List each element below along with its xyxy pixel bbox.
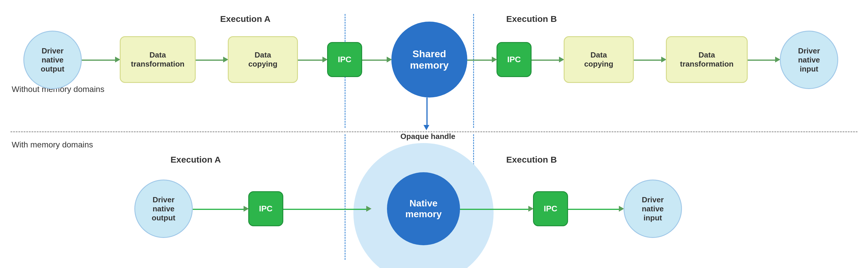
execution-a-label-bottom: Execution A	[155, 155, 237, 165]
arrow-3	[298, 60, 324, 61]
bottom-arrow-3	[460, 209, 530, 210]
opaque-handle-label: Opaque handle	[382, 132, 473, 141]
bottom-arrow-4	[568, 209, 621, 210]
arrow-1	[82, 60, 117, 61]
bottom-ipc-1: IPC	[248, 191, 283, 226]
vert-dotted-left-bottom	[345, 134, 345, 260]
bottom-driver-native-input: Driver native input	[624, 179, 682, 238]
top-data-transformation-1: Data transformation	[120, 36, 196, 83]
bottom-ipc-2: IPC	[533, 191, 568, 226]
top-ipc-1: IPC	[327, 42, 362, 77]
execution-b-label-bottom: Execution B	[491, 155, 572, 165]
arrow-7	[634, 60, 663, 61]
arrow-4	[362, 60, 389, 61]
top-shared-memory: Shared memory	[391, 22, 467, 98]
bottom-arrowhead-2	[366, 206, 372, 212]
top-driver-native-output: Driver native output	[23, 31, 82, 89]
top-data-copying-1: Data copying	[228, 36, 298, 83]
arrow-6	[531, 60, 561, 61]
diagram-container: Without memory domains With memory domai…	[0, 0, 868, 268]
arrow-8	[748, 60, 777, 61]
arrow-down-line	[426, 98, 428, 127]
arrow-down-head	[424, 125, 429, 130]
bottom-arrow-1	[193, 209, 245, 210]
execution-b-label-top: Execution B	[491, 14, 572, 24]
arrow-5	[467, 60, 494, 61]
bottom-arrow-2	[283, 209, 368, 210]
bottom-driver-native-output: Driver native output	[134, 179, 193, 238]
execution-a-label-top: Execution A	[205, 14, 286, 24]
top-data-transformation-2: Data transformation	[666, 36, 748, 83]
top-data-copying-2: Data copying	[564, 36, 634, 83]
arrow-2	[196, 60, 225, 61]
top-driver-native-input: Driver native input	[780, 31, 838, 89]
top-ipc-2: IPC	[496, 42, 531, 77]
vert-dotted-right-top	[473, 14, 474, 128]
with-memory-domains-label: With memory domains	[12, 140, 93, 149]
bottom-native-memory: Native memory	[387, 172, 460, 245]
